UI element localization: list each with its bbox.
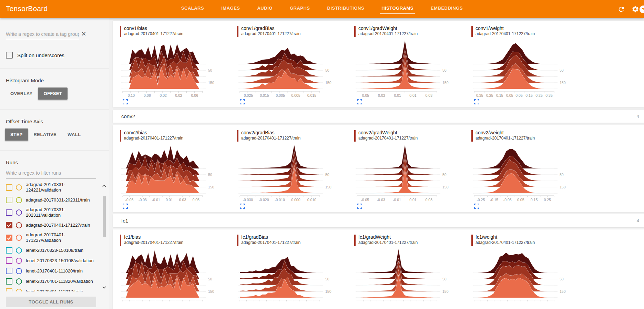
tab-distributions[interactable]: DISTRIBUTIONS [327, 3, 365, 15]
run-radio[interactable] [16, 289, 22, 292]
step-button[interactable]: STEP [5, 128, 28, 141]
scroll-down-icon[interactable] [102, 286, 106, 289]
expand-icon[interactable] [123, 204, 128, 209]
svg-text:150: 150 [560, 81, 566, 85]
chart-run: adagrad-20170401-171227/train [358, 31, 418, 37]
scroll-up-icon[interactable] [102, 185, 106, 187]
run-item[interactable]: adagrad-20170331-202311/validation [6, 207, 95, 218]
run-checkbox[interactable] [6, 197, 12, 203]
run-checkbox[interactable] [6, 288, 12, 291]
chart-run: adagrad-20170401-171227/train [241, 31, 300, 37]
chart-run: adagrad-20170401-171227/train [476, 240, 535, 245]
svg-text:0.01: 0.01 [409, 198, 417, 202]
expand-icon[interactable] [474, 99, 480, 105]
section-header-fc1[interactable]: fc1 4 [113, 214, 644, 227]
chart-tag: conv1/gradBias [241, 25, 300, 31]
svg-text:150: 150 [560, 289, 566, 293]
tab-embeddings[interactable]: EMBEDDINGS [430, 3, 463, 15]
run-name: lenet-20170323-150108/validation [26, 258, 95, 264]
svg-text:50: 50 [442, 68, 447, 72]
histogram-card: fc1/gradWeight adagrad-20170401-171227/t… [354, 234, 471, 307]
run-item[interactable]: adagrad-20170401-171227/validation [6, 232, 95, 243]
run-radio[interactable] [16, 197, 22, 203]
split-checkbox[interactable] [6, 52, 13, 59]
divider [0, 110, 109, 110]
svg-text:-0.06: -0.06 [143, 93, 151, 97]
run-item[interactable]: lenet-20170323-150108/train [6, 247, 95, 254]
run-list-scrollbar[interactable] [102, 182, 107, 291]
svg-text:150: 150 [442, 289, 449, 293]
run-item[interactable]: adagrad-20170331-124221/validation [6, 182, 95, 193]
run-radio[interactable] [16, 268, 22, 274]
toggle-all-runs-button[interactable]: TOGGLE ALL RUNS [6, 297, 96, 307]
run-color-bar [354, 235, 356, 246]
svg-text:-0.01: -0.01 [393, 198, 401, 202]
chart-run: adagrad-20170401-171227/train [476, 136, 535, 141]
expand-icon[interactable] [240, 99, 245, 105]
run-radio[interactable] [16, 258, 22, 264]
run-checkbox[interactable] [6, 247, 12, 254]
close-icon[interactable]: × [81, 29, 86, 38]
run-radio[interactable] [16, 184, 22, 190]
run-checkbox[interactable] [6, 209, 12, 216]
run-item[interactable]: adagrad-20170401-171227/train [6, 222, 95, 228]
section-count: 4 [637, 114, 639, 119]
refresh-icon[interactable] [617, 6, 625, 13]
wall-button[interactable]: WALL [62, 128, 86, 141]
run-radio[interactable] [16, 209, 22, 216]
run-item[interactable]: lenet-20170401-112317/train [6, 288, 95, 291]
settings-icon[interactable] [632, 6, 639, 13]
run-radio[interactable] [16, 247, 22, 254]
overlay-button[interactable]: OVERLAY [5, 87, 38, 100]
svg-text:-0.25: -0.25 [485, 93, 493, 97]
run-checkbox[interactable] [6, 278, 12, 285]
run-radio[interactable] [16, 235, 22, 241]
chart-run: adagrad-20170401-171227/train [358, 240, 418, 245]
tab-images[interactable]: IMAGES [221, 3, 241, 15]
run-item[interactable]: adagrad-20170331-202311/train [6, 197, 95, 203]
expand-icon[interactable] [240, 204, 245, 209]
run-color-bar [120, 235, 121, 246]
run-item[interactable]: lenet-20170323-150108/validation [6, 257, 95, 264]
svg-text:150: 150 [208, 81, 214, 85]
svg-text:150: 150 [208, 289, 214, 293]
run-name: lenet-20170401-111820/validation [26, 279, 95, 284]
run-color-bar [237, 130, 238, 142]
offset-button[interactable]: OFFSET [38, 87, 68, 100]
histogram-chart: -0.05-0.03-0.010.010.030.0550150 [120, 144, 223, 203]
runs-filter-input[interactable] [6, 169, 96, 178]
run-checkbox[interactable] [6, 235, 12, 241]
run-radio[interactable] [16, 278, 22, 285]
chart-row-fc1: fc1/bias adagrad-20170401-171227/train 5… [113, 229, 644, 309]
chart-run: adagrad-20170401-171227/train [124, 136, 183, 141]
run-checkbox[interactable] [6, 184, 12, 191]
tag-filter-input[interactable] [6, 30, 79, 39]
tab-histograms[interactable]: HISTOGRAMS [381, 3, 414, 15]
expand-icon[interactable] [474, 204, 480, 209]
tab-scalars[interactable]: SCALARS [181, 3, 205, 15]
run-checkbox[interactable] [6, 268, 12, 274]
relative-button[interactable]: RELATIVE [28, 128, 62, 141]
run-radio[interactable] [16, 222, 22, 228]
split-on-underscores-row[interactable]: Split on underscores [6, 52, 103, 59]
help-icon[interactable]: ? [640, 6, 644, 13]
svg-text:0.03: 0.03 [426, 198, 433, 202]
svg-text:0.03: 0.03 [426, 93, 433, 97]
scrollbar-thumb[interactable] [103, 196, 106, 237]
expand-icon[interactable] [357, 204, 362, 209]
svg-text:150: 150 [560, 185, 566, 189]
histogram-chart: -0.05-0.03-0.010.010.0350150 [354, 144, 458, 203]
run-item[interactable]: lenet-20170401-111820/validation [6, 278, 95, 285]
chart-tag: conv2/weight [476, 130, 535, 136]
tab-audio[interactable]: AUDIO [256, 3, 273, 15]
tab-graphs[interactable]: GRAPHS [289, 3, 311, 15]
toolbar-icons [617, 0, 639, 18]
run-checkbox[interactable] [6, 257, 12, 264]
expand-icon[interactable] [123, 99, 128, 105]
expand-icon[interactable] [357, 99, 362, 105]
run-item[interactable]: lenet-20170401-111820/train [6, 268, 95, 274]
section-header-conv2[interactable]: conv2 4 [113, 110, 644, 123]
svg-text:0.25: 0.25 [544, 198, 551, 202]
run-checkbox[interactable] [6, 222, 12, 228]
svg-text:-0.15: -0.15 [495, 93, 503, 97]
